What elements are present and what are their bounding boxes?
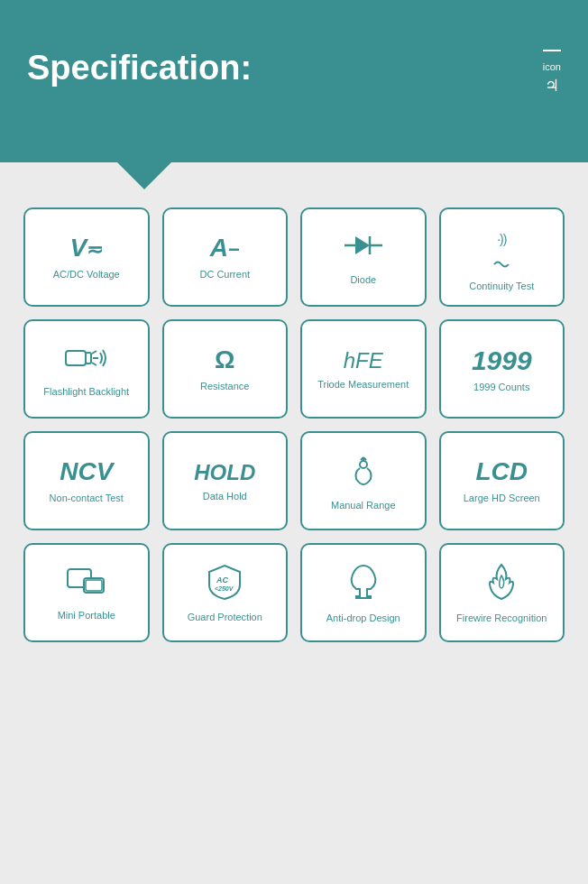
- hold-label: Data Hold: [203, 490, 247, 502]
- smile-icon: ♃: [545, 76, 559, 96]
- cell-ncv[interactable]: NCV Non-contact Test: [23, 431, 150, 530]
- antidrop-icon: [347, 562, 380, 606]
- ncv-label: Non-contact Test: [50, 492, 124, 504]
- firewire-label: Firewire Recognition: [456, 612, 547, 624]
- cell-manual-range[interactable]: Manual Range: [300, 431, 427, 530]
- diode-icon: [343, 229, 384, 268]
- resistance-label: Resistance: [200, 380, 249, 392]
- cell-flashlight-backlight[interactable]: Flashlight Backlight: [23, 319, 150, 419]
- svg-text:AC: AC: [216, 576, 228, 585]
- cell-diode[interactable]: Diode: [300, 207, 427, 307]
- cell-dc-current[interactable]: A− DC Current: [162, 207, 289, 307]
- svg-marker-1: [355, 236, 370, 254]
- guard-icon: AC <250V: [204, 563, 245, 605]
- continuity-label: Continuity Test: [469, 280, 534, 292]
- firewire-icon: [481, 563, 522, 606]
- voltage-icon: V≂: [69, 235, 103, 262]
- triode-icon: hFE: [344, 349, 383, 373]
- feature-grid: V≂ AC/DC Voltage A− DC Current Diode: [23, 207, 565, 642]
- cell-anti-drop-design[interactable]: Anti-drop Design: [300, 543, 427, 642]
- manualrange-label: Manual Range: [331, 499, 396, 511]
- counts-icon: 1999: [472, 345, 532, 375]
- header: Specification: — icon ♃: [0, 0, 588, 162]
- miniportable-icon: [66, 566, 107, 603]
- cell-counts-1999[interactable]: 1999 1999 Counts: [439, 319, 565, 419]
- cell-triode-measurement[interactable]: hFE Triode Measurement: [300, 319, 427, 419]
- lcd-label: Large HD Screen: [464, 492, 540, 504]
- cell-lcd-screen[interactable]: LCD Large HD Screen: [439, 431, 565, 530]
- lcd-icon: LCD: [475, 458, 528, 486]
- cell-firewire-recognition[interactable]: Firewire Recognition: [439, 543, 565, 642]
- hold-icon: HOLD: [194, 461, 255, 484]
- flashlight-label: Flashlight Backlight: [43, 385, 129, 398]
- continuity-icon: ·)): [492, 223, 510, 274]
- cell-guard-protection[interactable]: AC <250V Guard Protection: [162, 543, 289, 642]
- ncv-icon: NCV: [60, 458, 113, 486]
- voltage-label: AC/DC Voltage: [53, 268, 120, 281]
- header-icon-area: — icon ♃: [543, 40, 561, 96]
- cell-resistance[interactable]: Ω Resistance: [162, 319, 289, 419]
- header-triangle: [117, 162, 171, 189]
- flashlight-icon: [64, 342, 109, 380]
- svg-point-9: [360, 461, 367, 468]
- antidrop-label: Anti-drop Design: [326, 612, 400, 624]
- cell-data-hold[interactable]: HOLD Data Hold: [162, 431, 289, 530]
- diode-label: Diode: [350, 273, 376, 286]
- cell-mini-portable[interactable]: Mini Portable: [23, 543, 150, 642]
- current-label: DC Current: [199, 268, 250, 281]
- svg-rect-4: [66, 351, 86, 365]
- cell-ac-dc-voltage[interactable]: V≂ AC/DC Voltage: [23, 207, 150, 307]
- icon-label: icon: [543, 61, 561, 72]
- svg-text:<250V: <250V: [215, 585, 234, 592]
- cell-continuity-test[interactable]: ·)) Continuity Test: [439, 207, 565, 307]
- triode-label: Triode Measurement: [317, 378, 409, 391]
- guard-label: Guard Protection: [188, 611, 262, 623]
- svg-line-8: [92, 363, 96, 365]
- page-title: Specification:: [27, 49, 252, 87]
- manualrange-icon: [345, 452, 381, 493]
- minus-icon: —: [543, 40, 561, 58]
- svg-rect-5: [86, 353, 91, 364]
- main-content: V≂ AC/DC Voltage A− DC Current Diode: [0, 162, 588, 884]
- miniportable-label: Mini Portable: [58, 609, 115, 622]
- counts-label: 1999 Counts: [473, 381, 529, 393]
- svg-line-7: [92, 351, 96, 354]
- resistance-icon: Ω: [215, 346, 234, 374]
- current-icon: A−: [210, 235, 240, 262]
